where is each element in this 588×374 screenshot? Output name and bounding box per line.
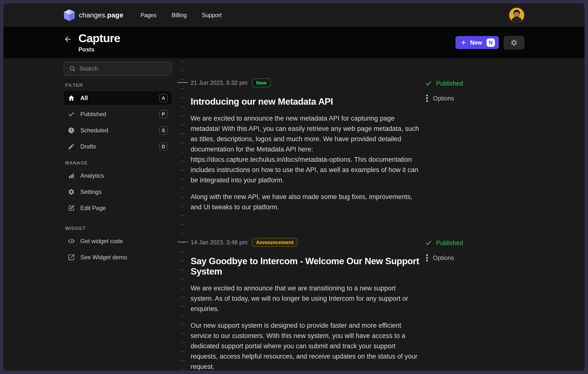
sidebar-item-label: Scheduled [80, 127, 108, 134]
edit-square-icon [68, 205, 75, 212]
sidebar-item-label: See Widget demo [80, 254, 127, 261]
gear-icon [510, 39, 518, 46]
shortcut-s-badge: S [159, 126, 168, 135]
top-navbar: changes.page Pages Billing Support [3, 3, 585, 27]
post-options-button[interactable]: Options [425, 94, 454, 103]
external-link-icon [68, 254, 75, 261]
shortcut-d-badge: D [159, 142, 168, 151]
app-window: changes.page Pages Billing Support [3, 3, 585, 371]
post-meta: Published Options [425, 78, 524, 212]
posts-list: 21 Jun 2023, 8:32 pm New Introducing our… [191, 58, 524, 371]
code-icon [68, 238, 75, 245]
sidebar-item-all[interactable]: All A [64, 91, 172, 105]
check-icon [425, 239, 432, 246]
sidebar-item-scheduled[interactable]: Scheduled S [64, 124, 172, 137]
search-icon [69, 65, 75, 72]
post-paragraph: We are excited to announce the new metad… [191, 113, 420, 185]
sidebar: FILTER All A Published P [64, 58, 172, 371]
post-content: 21 Jun 2023, 8:32 pm New Introducing our… [191, 78, 420, 212]
sidebar-item-label: Edit Page [80, 205, 106, 212]
section-label-widget: WIDGET [65, 226, 170, 231]
sidebar-item-see-widget-demo[interactable]: See Widget demo [64, 250, 172, 264]
section-label-filter: FILTER [65, 83, 170, 88]
sidebar-item-label: Published [80, 111, 106, 118]
post-item: 21 Jun 2023, 8:32 pm New Introducing our… [191, 78, 524, 212]
post-tag-announcement: Announcement [252, 238, 298, 247]
sidebar-item-edit-page[interactable]: Edit Page [64, 201, 172, 215]
post-date: 14 Jan 2023, 3:48 pm [191, 239, 247, 246]
sidebar-item-drafts[interactable]: Drafts D [64, 140, 172, 153]
post-content: 14 Jan 2023, 3:48 pm Announcement Say Go… [191, 238, 420, 371]
clock-icon [68, 127, 75, 134]
post-tag-new: New [252, 78, 271, 87]
gear-icon [68, 188, 75, 195]
check-icon [425, 80, 432, 87]
post-status: Published [425, 238, 524, 247]
shortcut-a-badge: A [159, 94, 168, 102]
timeline-dashes [181, 61, 184, 371]
post-paragraph: Along with the new API, we have also mad… [191, 192, 420, 212]
page-title: Capture [78, 32, 120, 44]
body-area: FILTER All A Published P [3, 58, 585, 371]
sidebar-item-label: Settings [80, 188, 102, 195]
sidebar-item-label: Analytics [80, 172, 104, 179]
post-status: Published [425, 79, 524, 88]
page-subtitle: Posts [78, 46, 120, 53]
nav-link-billing[interactable]: Billing [172, 12, 187, 19]
brand-name: changes.page [79, 11, 123, 19]
vertical-dots-icon [426, 94, 428, 102]
user-avatar[interactable] [509, 8, 524, 23]
arrow-left-icon [64, 35, 72, 43]
sidebar-item-label: Drafts [80, 143, 96, 150]
nav-link-pages[interactable]: Pages [140, 12, 156, 19]
post-options-button[interactable]: Options [425, 253, 454, 262]
check-icon [68, 111, 75, 118]
pencil-icon [68, 143, 75, 150]
post-meta: Published Options [425, 238, 524, 371]
sidebar-item-published[interactable]: Published P [64, 107, 172, 121]
bar-chart-icon [68, 172, 75, 179]
brand-cube-icon [64, 9, 75, 21]
post-paragraph: Our new support system is designed to pr… [191, 320, 420, 371]
vertical-dots-icon [426, 254, 428, 262]
nav-link-support[interactable]: Support [202, 12, 222, 19]
brand[interactable]: changes.page [64, 9, 123, 21]
post-paragraph: We are excited to announce that we are t… [191, 283, 420, 314]
new-post-button-label: New [470, 39, 482, 46]
sidebar-item-label: Get widget code [80, 238, 123, 245]
plus-icon [460, 39, 467, 46]
post-item: 14 Jan 2023, 3:48 pm Announcement Say Go… [191, 238, 524, 371]
search-box[interactable] [64, 62, 172, 76]
section-label-manage: MANAGE [65, 160, 170, 166]
sidebar-item-analytics[interactable]: Analytics [64, 169, 172, 183]
sidebar-item-label: All [80, 95, 88, 101]
shortcut-p-badge: P [159, 110, 168, 118]
new-post-button[interactable]: New N [455, 36, 499, 49]
page-header: Capture Posts New N [3, 27, 585, 58]
search-input[interactable] [79, 65, 166, 72]
sidebar-item-settings[interactable]: Settings [64, 185, 172, 199]
timeline [172, 58, 191, 371]
page-settings-button[interactable] [504, 36, 524, 50]
home-icon [68, 95, 75, 101]
post-title: Say Goodbye to Intercom - Welcome Our Ne… [191, 256, 420, 277]
post-date: 21 Jun 2023, 8:32 pm [191, 79, 247, 86]
title-block: Capture Posts [78, 32, 120, 53]
sidebar-item-get-widget-code[interactable]: Get widget code [64, 234, 172, 248]
shortcut-n-badge: N [487, 38, 495, 47]
back-button[interactable] [64, 35, 72, 43]
post-title: Introducing our new Metadata API [191, 97, 420, 107]
